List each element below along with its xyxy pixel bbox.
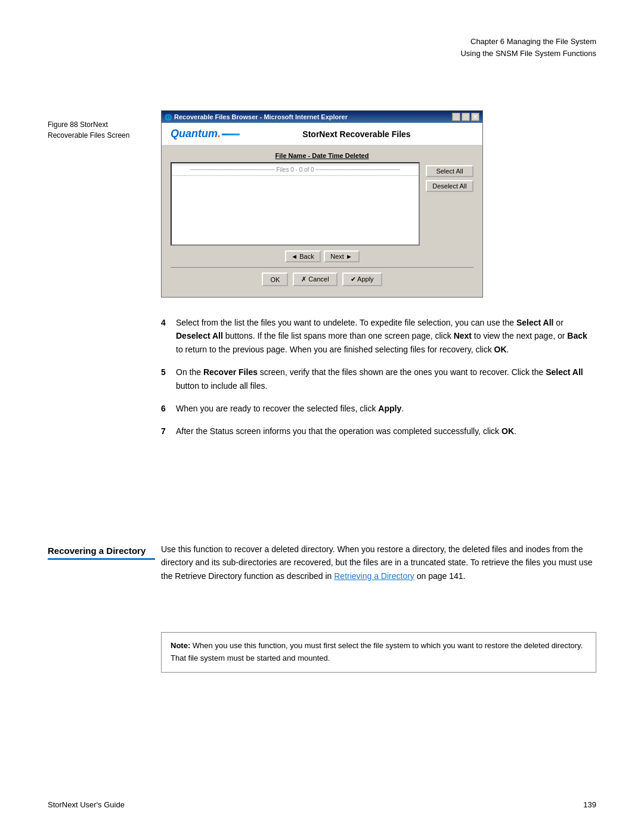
quantum-header: Quantum. StorNext Recoverable Files — [162, 123, 482, 146]
footer-left: StorNext User's Guide — [48, 800, 125, 809]
note-text: When you use this function, you must fir… — [171, 641, 583, 662]
select-all-button[interactable]: Select All — [426, 165, 473, 177]
footer-right: 139 — [583, 800, 596, 809]
section-heading-text: Recovering a Directory — [48, 546, 155, 560]
file-list-buttons: Select All Deselect All — [426, 162, 473, 246]
maximize-button[interactable]: □ — [462, 113, 470, 121]
ok-button[interactable]: OK — [262, 272, 288, 286]
apply-button[interactable]: ✔ Apply — [342, 272, 382, 286]
close-button[interactable]: X — [471, 113, 479, 121]
action-buttons-row: OK ✗ Cancel ✔ Apply — [171, 267, 473, 291]
window-controls: _ □ X — [452, 113, 479, 121]
files-count: ──────────────────── Files 0 - 0 of 0 ──… — [172, 163, 419, 176]
window-page-title: StorNext Recoverable Files — [240, 129, 473, 139]
page-header: Chapter 6 Managing the File System Using… — [460, 36, 596, 59]
retrieving-directory-link[interactable]: Retrieving a Directory — [334, 571, 414, 581]
step-4: 4 Select from the list the files you wan… — [161, 316, 596, 356]
chapter-subtitle: Using the SNSM File System Functions — [460, 48, 596, 60]
step-7-number: 7 — [161, 425, 176, 438]
next-button[interactable]: Next ► — [324, 250, 360, 262]
step-6-number: 6 — [161, 402, 176, 415]
cancel-button[interactable]: ✗ Cancel — [293, 272, 337, 286]
back-button[interactable]: ◄ Back — [285, 250, 321, 262]
screenshot-window: 🌐 Recoverable Files Browser - Microsoft … — [161, 110, 483, 298]
figure-caption-line2: Recoverable Files Screen — [48, 130, 143, 141]
step-5-number: 5 — [161, 366, 176, 392]
step-4-text: Select from the list the files you want … — [176, 316, 596, 356]
step-6-text: When you are ready to recover the select… — [176, 402, 404, 415]
body-content: 4 Select from the list the files you wan… — [161, 316, 596, 448]
page-footer: StorNext User's Guide 139 — [48, 800, 596, 809]
figure-caption: Figure 88 StorNext Recoverable Files Scr… — [48, 119, 143, 141]
window-title: Recoverable Files Browser - Microsoft In… — [174, 113, 348, 120]
inner-content: File Name - Date Time Deleted ──────────… — [162, 146, 482, 297]
file-list-box: ──────────────────── Files 0 - 0 of 0 ──… — [171, 162, 420, 246]
quantum-logo: Quantum. — [171, 128, 240, 140]
section-heading: Recovering a Directory — [48, 546, 155, 560]
section-content: Use this function to recover a deleted d… — [161, 543, 596, 583]
window-content: Quantum. StorNext Recoverable Files File… — [162, 123, 482, 297]
section-link-suffix: on page 141. — [417, 571, 466, 581]
window-titlebar: 🌐 Recoverable Files Browser - Microsoft … — [162, 111, 482, 123]
note-label: Note: — [171, 641, 190, 650]
step-7-text: After the Status screen informs you that… — [176, 425, 516, 438]
pagination-row: ◄ Back Next ► — [171, 250, 473, 262]
chapter-title: Chapter 6 Managing the File System — [460, 36, 596, 48]
deselect-all-button[interactable]: Deselect All — [426, 180, 473, 192]
note-box: Note: When you use this function, you mu… — [161, 632, 596, 673]
figure-caption-line1: Figure 88 StorNext — [48, 119, 143, 130]
minimize-button[interactable]: _ — [452, 113, 460, 121]
step-6: 6 When you are ready to recover the sele… — [161, 402, 596, 415]
file-list-area: ──────────────────── Files 0 - 0 of 0 ──… — [171, 162, 473, 246]
step-4-number: 4 — [161, 316, 176, 356]
step-5-text: On the Recover Files screen, verify that… — [176, 366, 596, 392]
step-7: 7 After the Status screen informs you th… — [161, 425, 596, 438]
file-table-header: File Name - Date Time Deleted — [171, 152, 473, 159]
step-5: 5 On the Recover Files screen, verify th… — [161, 366, 596, 392]
